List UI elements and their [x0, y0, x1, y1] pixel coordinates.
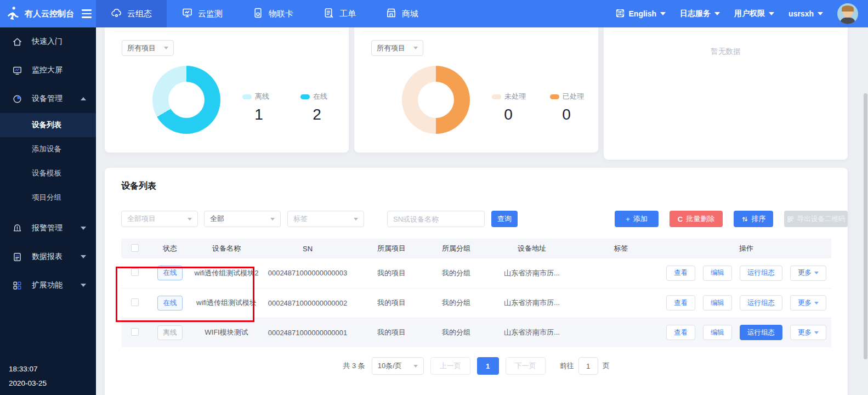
project-filter-select[interactable]: 所有项目 [122, 40, 174, 56]
brand[interactable]: 有人云控制台 [0, 0, 96, 27]
legend-item-offline: 离线 1 [242, 92, 291, 134]
sidebar-item-alarm-management[interactable]: 报警管理 [0, 214, 96, 242]
tab-mall[interactable]: 商城 [371, 0, 433, 27]
sidebar-subitem-add-device[interactable]: 添加设备 [0, 137, 96, 161]
subitem-label: 添加设备 [32, 144, 61, 154]
device-group: 我的分组 [429, 318, 483, 347]
app-title: 有人云控制台 [25, 9, 74, 19]
big-screen-icon [12, 65, 22, 76]
device-name: WIFI模块测试 [191, 318, 262, 347]
legend-item-handled: 已处理 0 [550, 92, 598, 134]
tab-label: 云监测 [198, 9, 223, 19]
edit-button[interactable]: 编辑 [703, 266, 732, 281]
tag-filter[interactable]: 标签 [287, 211, 364, 227]
row-checkbox[interactable] [131, 268, 139, 276]
add-device-button[interactable]: +添加 [615, 211, 659, 227]
chevron-down-icon [413, 365, 418, 368]
device-address: 山东省济南市历... [483, 318, 581, 347]
log-service-label: 日志服务 [680, 9, 711, 19]
search-button[interactable]: 查询 [491, 211, 518, 227]
row-checkbox[interactable] [131, 328, 139, 336]
handled-swatch [550, 94, 559, 99]
language-switcher[interactable]: English [615, 8, 666, 20]
chevron-down-icon [164, 47, 168, 49]
select-value: 全部项目 [127, 214, 188, 224]
next-page-button[interactable]: 下一页 [506, 357, 546, 375]
subitem-label: 设备模板 [32, 168, 61, 178]
sort-arrows-icon [741, 216, 748, 223]
batch-delete-button[interactable]: C批量删除 [670, 211, 723, 227]
export-qr-button[interactable]: 导出设备二维码 [784, 211, 848, 227]
sidebar-item-monitor-screen[interactable]: 监控大屏 [0, 56, 96, 84]
page-1-button[interactable]: 1 [477, 357, 499, 375]
device-group: 我的分组 [429, 288, 483, 318]
sidebar-subitem-device-template[interactable]: 设备模板 [0, 161, 96, 185]
user-permission-menu[interactable]: 用户权限 [734, 9, 774, 19]
view-button[interactable]: 查看 [666, 295, 695, 311]
legend-label: 在线 [313, 92, 327, 101]
empty-data-card: 暂无数据 [604, 27, 848, 160]
pagination: 共 3 条 10条/页 上一页 1 下一页 前往 页 [121, 357, 831, 375]
edit-button[interactable]: 编辑 [703, 295, 732, 311]
account-menu[interactable]: usrsxh [788, 9, 823, 18]
select-value: 10条/页 [378, 361, 413, 371]
goto-page-input[interactable] [578, 357, 598, 375]
chevron-down-icon [660, 12, 666, 15]
clock-date: 2020-03-25 [9, 376, 47, 391]
sidebar-subitem-device-list[interactable]: 设备列表 [0, 113, 96, 137]
logo-person-icon [5, 5, 20, 22]
tab-cloud-scada[interactable]: 云组态 [96, 0, 167, 27]
project-filter[interactable]: 全部项目 [121, 211, 198, 227]
project-filter-select[interactable]: 所有项目 [371, 40, 423, 56]
device-table: 状态 设备名称 SN 所属项目 所属分组 设备地址 标签 操作 在线 wifi透… [121, 239, 831, 347]
filter-toolbar: 全部项目 全部 标签 查询 +添加 C批量删除 排序 导出设备二维码 [121, 211, 831, 227]
user-permission-label: 用户权限 [734, 9, 765, 19]
sidebar-item-data-report[interactable]: 数据报表 [0, 242, 96, 271]
goto-label: 前往 [560, 361, 574, 371]
sidebar-item-device-management[interactable]: 设备管理 [0, 84, 96, 113]
alarm-donut-chart [402, 66, 470, 134]
more-button[interactable]: 更多 [790, 325, 826, 340]
search-input[interactable] [387, 211, 485, 227]
tab-cloud-monitor[interactable]: 云监测 [167, 0, 237, 27]
device-management-submenu: 设备列表 添加设备 设备模板 项目分组 [0, 113, 96, 210]
tab-iot-sim[interactable]: 物联卡 [237, 0, 308, 27]
run-scada-button[interactable]: 运行组态 [740, 295, 782, 311]
page-size-select[interactable]: 10条/页 [372, 357, 424, 375]
main-content: 所有项目 离线 1 在线 2 [96, 27, 868, 395]
device-tag [581, 288, 661, 318]
more-button[interactable]: 更多 [790, 266, 826, 281]
sidebar-item-extensions[interactable]: 扩展功能 [0, 271, 96, 300]
sort-button[interactable]: 排序 [734, 211, 773, 227]
run-scada-button[interactable]: 运行组态 [740, 325, 782, 340]
log-service-menu[interactable]: 日志服务 [680, 9, 720, 19]
goto-unit-label: 页 [603, 361, 610, 371]
status-filter[interactable]: 全部 [204, 211, 281, 227]
view-button[interactable]: 查看 [666, 325, 695, 340]
clock-time: 18:33:07 [9, 362, 47, 376]
tab-label: 物联卡 [269, 9, 293, 19]
device-status-card: 所有项目 离线 1 在线 2 [105, 27, 349, 153]
device-list-title: 设备列表 [121, 168, 831, 192]
table-row: 在线 wifi透传组测试模块2 00024871000000000003 我的项… [121, 258, 831, 288]
tab-label: 工单 [339, 9, 356, 19]
vertical-scrollbar[interactable] [864, 93, 867, 359]
top-navbar: 有人云控制台 云组态 云监测 物联卡 工单 商城 English [0, 0, 868, 27]
view-button[interactable]: 查看 [666, 266, 695, 281]
run-scada-button[interactable]: 运行组态 [740, 266, 782, 281]
device-sn: 00024871000000000001 [262, 318, 354, 347]
menu-toggle-icon[interactable] [82, 9, 92, 18]
edit-button[interactable]: 编辑 [703, 325, 732, 340]
tab-work-order[interactable]: 工单 [308, 0, 371, 27]
sidebar-item-quick-start[interactable]: 快速入门 [0, 27, 96, 56]
sim-card-icon [252, 7, 264, 20]
more-button[interactable]: 更多 [790, 295, 826, 311]
row-checkbox[interactable] [131, 298, 139, 306]
language-label: English [629, 9, 657, 18]
chevron-down-icon [814, 272, 819, 274]
prev-page-button[interactable]: 上一页 [430, 357, 470, 375]
device-name: wifi透传组测试模块 [191, 288, 262, 318]
select-all-checkbox[interactable] [131, 244, 139, 252]
sidebar-subitem-project-group[interactable]: 项目分组 [0, 185, 96, 210]
avatar[interactable] [837, 3, 858, 24]
